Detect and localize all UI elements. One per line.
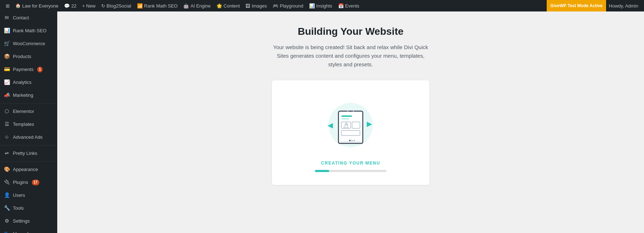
events-icon: 📅 — [338, 3, 344, 9]
tools-icon: 🔧 — [4, 205, 10, 212]
settings-icon: ⚙ — [4, 218, 10, 225]
sidebar-item-templates[interactable]: ☰ Templates — [0, 118, 57, 131]
sidebar-item-payments[interactable]: 💳 Payments 1 — [0, 63, 57, 76]
sidebar-item-pretty-links[interactable]: ⇌ Pretty Links — [0, 147, 57, 160]
content-icon: 🌟 — [216, 3, 222, 9]
progress-bar — [315, 170, 386, 172]
main-layout: ✉ Contact 📊 Rank Math SEO 🛒 WooCommerce … — [0, 11, 644, 233]
wp-icon: ⊞ — [6, 3, 10, 9]
new-content[interactable]: + New — [79, 0, 98, 11]
progress-bar-fill — [315, 170, 329, 172]
content-area: Building Your Website Your website is be… — [57, 11, 644, 233]
sidebar-item-woocommerce[interactable]: 🛒 WooCommerce — [0, 37, 57, 50]
svg-point-14 — [347, 111, 348, 112]
sidebar-item-plugins[interactable]: 🔌 Plugins 17 — [0, 176, 57, 189]
blog2social-icon: ↻ — [101, 3, 105, 9]
images-link[interactable]: 🖼 Images — [243, 0, 270, 11]
page-title: Building Your Website — [298, 26, 404, 37]
contact-icon: ✉ — [4, 14, 10, 22]
svg-text:◀: ◀ — [327, 122, 333, 129]
sidebar-item-marketing[interactable]: 📣 Marketing — [0, 89, 57, 102]
sidebar-item-products[interactable]: 📦 Products — [0, 50, 57, 63]
admin-bar: ⊞ 🏠 Law for Everyone 💬 22 + New ↻ Blog2S… — [0, 0, 644, 11]
comment-icon: 💬 — [64, 3, 70, 9]
sidebar-item-analytics[interactable]: 📈 Analytics — [0, 76, 57, 89]
main-content: Building Your Website Your website is be… — [190, 26, 512, 185]
wp-logo[interactable]: ⊞ — [3, 0, 13, 11]
givewp-badge[interactable]: GiveWP Test Mode Active — [547, 0, 606, 11]
plugins-badge: 17 — [32, 180, 39, 185]
sidebar-item-advanced-ads[interactable]: ⊹ Advanced Ads — [0, 131, 57, 144]
sidebar-item-users[interactable]: 👤 Users — [0, 189, 57, 202]
blog2social-link[interactable]: ↻ Blog2Social — [98, 0, 134, 11]
pretty-links-icon: ⇌ — [4, 150, 10, 157]
build-illustration: ◀ ▶ — [322, 95, 379, 152]
rank-math-sidebar-icon: 📊 — [4, 27, 10, 34]
insights-icon: 📊 — [309, 3, 315, 9]
comments-link[interactable]: 💬 22 — [61, 0, 79, 11]
svg-point-15 — [350, 111, 351, 112]
images-icon: 🖼 — [245, 3, 250, 9]
users-icon: 👤 — [4, 192, 10, 199]
marketing-icon: 📣 — [4, 92, 10, 99]
insights-link[interactable]: 📊 Insights — [306, 0, 335, 11]
woocommerce-icon: 🛒 — [4, 40, 10, 47]
templates-icon: ☰ — [4, 121, 10, 128]
analytics-icon: 📈 — [4, 79, 10, 86]
ai-engine-link[interactable]: 🤖 AI Engine — [180, 0, 213, 11]
site-icon: 🏠 — [15, 3, 21, 8]
appearance-icon: 🎨 — [4, 166, 10, 173]
svg-rect-4 — [341, 115, 352, 117]
status-label: CREATING YOUR MENU — [321, 161, 380, 166]
svg-point-11 — [349, 140, 351, 141]
sidebar: ✉ Contact 📊 Rank Math SEO 🛒 WooCommerce … — [0, 11, 57, 233]
sidebar-item-tools[interactable]: 🔧 Tools — [0, 202, 57, 215]
howdy-user[interactable]: Howdy, Admin — [606, 0, 641, 11]
svg-point-12 — [351, 140, 353, 141]
rank-math-link[interactable]: 📶 Rank Math SEO — [134, 0, 181, 11]
site-name[interactable]: 🏠 Law for Everyone — [13, 0, 61, 11]
svg-rect-5 — [341, 118, 349, 119]
build-card: ◀ ▶ — [272, 80, 429, 185]
plugins-icon: 🔌 — [4, 179, 10, 186]
content-link[interactable]: 🌟 Content — [214, 0, 243, 11]
elementor-icon: ⬡ — [4, 108, 10, 115]
sidebar-item-appearance[interactable]: 🎨 Appearance — [0, 163, 57, 176]
sidebar-item-settings[interactable]: ⚙ Settings — [0, 215, 57, 228]
meow-apps-icon: 🐾 — [4, 230, 10, 233]
sidebar-item-elementor[interactable]: ⬡ Elementor — [0, 105, 57, 118]
playground-icon: 🎮 — [273, 3, 278, 9]
payments-badge: 1 — [37, 67, 43, 72]
sidebar-item-rank-math[interactable]: 📊 Rank Math SEO — [0, 24, 57, 37]
svg-text:▶: ▶ — [367, 120, 372, 128]
rank-math-icon: 📶 — [137, 3, 143, 9]
svg-point-13 — [353, 140, 355, 141]
events-link[interactable]: 📅 Events — [335, 0, 362, 11]
advanced-ads-icon: ⊹ — [4, 134, 10, 141]
svg-point-16 — [353, 111, 354, 112]
ai-engine-icon: 🤖 — [183, 3, 189, 9]
sidebar-item-meow-apps[interactable]: 🐾 Meow Apps — [0, 228, 57, 233]
products-icon: 📦 — [4, 53, 10, 60]
sidebar-item-contact[interactable]: ✉ Contact — [0, 11, 57, 24]
playground-link[interactable]: 🎮 Playground — [270, 0, 306, 11]
payments-icon: 💳 — [4, 66, 10, 73]
page-subtitle: Your website is being created! Sit back … — [272, 43, 429, 69]
